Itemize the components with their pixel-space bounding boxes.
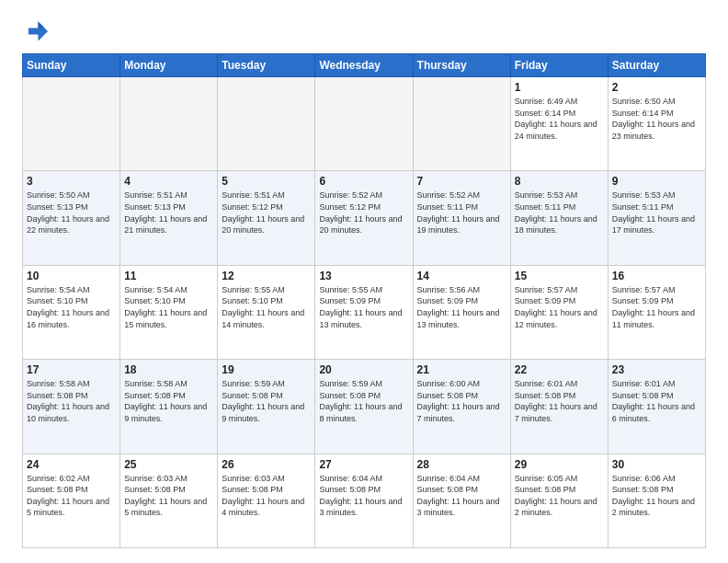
weekday-header-thursday: Thursday xyxy=(413,54,510,77)
day-info: Sunrise: 5:56 AMSunset: 5:09 PMDaylight:… xyxy=(417,284,506,330)
day-info: Sunrise: 5:57 AMSunset: 5:09 PMDaylight:… xyxy=(612,284,701,330)
day-info: Sunrise: 6:03 AMSunset: 5:08 PMDaylight:… xyxy=(124,473,213,519)
day-number: 2 xyxy=(612,81,701,94)
day-number: 1 xyxy=(515,81,604,94)
day-info: Sunrise: 5:58 AMSunset: 5:08 PMDaylight:… xyxy=(124,378,213,424)
calendar-cell: 27Sunrise: 6:04 AMSunset: 5:08 PMDayligh… xyxy=(315,454,413,547)
day-number: 26 xyxy=(222,458,311,471)
day-info: Sunrise: 6:05 AMSunset: 5:08 PMDaylight:… xyxy=(515,473,604,519)
calendar-cell: 5Sunrise: 5:51 AMSunset: 5:12 PMDaylight… xyxy=(218,171,315,265)
day-number: 5 xyxy=(222,175,311,188)
calendar-cell: 16Sunrise: 5:57 AMSunset: 5:09 PMDayligh… xyxy=(608,265,705,359)
calendar-cell: 4Sunrise: 5:51 AMSunset: 5:13 PMDaylight… xyxy=(120,171,218,265)
calendar-cell xyxy=(120,77,218,171)
calendar-cell: 9Sunrise: 5:53 AMSunset: 5:11 PMDaylight… xyxy=(608,171,705,265)
day-number: 6 xyxy=(319,175,408,188)
day-number: 11 xyxy=(124,270,213,282)
calendar-cell: 22Sunrise: 6:01 AMSunset: 5:08 PMDayligh… xyxy=(510,360,608,454)
day-info: Sunrise: 6:01 AMSunset: 5:08 PMDaylight:… xyxy=(612,378,701,424)
calendar-cell: 28Sunrise: 6:04 AMSunset: 5:08 PMDayligh… xyxy=(413,454,510,547)
day-number: 17 xyxy=(27,363,116,376)
day-info: Sunrise: 5:50 AMSunset: 5:13 PMDaylight:… xyxy=(27,190,116,236)
day-info: Sunrise: 5:53 AMSunset: 5:11 PMDaylight:… xyxy=(612,190,701,236)
weekday-header-wednesday: Wednesday xyxy=(315,54,413,77)
calendar-cell: 21Sunrise: 6:00 AMSunset: 5:08 PMDayligh… xyxy=(413,360,510,454)
calendar-cell: 11Sunrise: 5:54 AMSunset: 5:10 PMDayligh… xyxy=(120,265,218,359)
calendar-cell: 15Sunrise: 5:57 AMSunset: 5:09 PMDayligh… xyxy=(510,265,608,359)
day-number: 13 xyxy=(319,270,408,282)
day-info: Sunrise: 5:52 AMSunset: 5:11 PMDaylight:… xyxy=(417,190,506,236)
day-info: Sunrise: 5:59 AMSunset: 5:08 PMDaylight:… xyxy=(319,378,408,424)
calendar-cell: 30Sunrise: 6:06 AMSunset: 5:08 PMDayligh… xyxy=(608,454,705,547)
header xyxy=(22,18,706,44)
day-info: Sunrise: 6:06 AMSunset: 5:08 PMDaylight:… xyxy=(612,473,701,519)
day-number: 21 xyxy=(417,363,506,376)
calendar-cell: 18Sunrise: 5:58 AMSunset: 5:08 PMDayligh… xyxy=(120,360,218,454)
calendar-cell: 14Sunrise: 5:56 AMSunset: 5:09 PMDayligh… xyxy=(413,265,510,359)
day-number: 3 xyxy=(27,175,116,188)
calendar-cell: 3Sunrise: 5:50 AMSunset: 5:13 PMDaylight… xyxy=(23,171,120,265)
day-info: Sunrise: 6:03 AMSunset: 5:08 PMDaylight:… xyxy=(222,473,311,519)
day-number: 18 xyxy=(124,363,213,376)
day-number: 12 xyxy=(222,270,311,282)
calendar-cell: 8Sunrise: 5:53 AMSunset: 5:11 PMDaylight… xyxy=(510,171,608,265)
day-number: 25 xyxy=(124,458,213,471)
day-number: 20 xyxy=(319,363,408,376)
day-info: Sunrise: 6:50 AMSunset: 6:14 PMDaylight:… xyxy=(612,96,701,142)
weekday-header-tuesday: Tuesday xyxy=(218,54,315,77)
calendar-cell xyxy=(413,77,510,171)
calendar-cell: 6Sunrise: 5:52 AMSunset: 5:12 PMDaylight… xyxy=(315,171,413,265)
day-number: 30 xyxy=(612,458,701,471)
weekday-header-saturday: Saturday xyxy=(608,54,705,77)
day-number: 19 xyxy=(222,363,311,376)
day-number: 8 xyxy=(515,175,604,188)
day-info: Sunrise: 5:58 AMSunset: 5:08 PMDaylight:… xyxy=(27,378,116,424)
calendar-cell xyxy=(23,77,120,171)
calendar-week-row: 24Sunrise: 6:02 AMSunset: 5:08 PMDayligh… xyxy=(23,454,706,547)
calendar-cell: 23Sunrise: 6:01 AMSunset: 5:08 PMDayligh… xyxy=(608,360,705,454)
day-number: 4 xyxy=(124,175,213,188)
day-info: Sunrise: 5:52 AMSunset: 5:12 PMDaylight:… xyxy=(319,190,408,236)
calendar-week-row: 3Sunrise: 5:50 AMSunset: 5:13 PMDaylight… xyxy=(23,171,706,265)
day-number: 23 xyxy=(612,363,701,376)
calendar-week-row: 10Sunrise: 5:54 AMSunset: 5:10 PMDayligh… xyxy=(23,265,706,359)
day-number: 10 xyxy=(27,270,116,282)
calendar-cell: 2Sunrise: 6:50 AMSunset: 6:14 PMDaylight… xyxy=(608,77,705,171)
day-info: Sunrise: 6:49 AMSunset: 6:14 PMDaylight:… xyxy=(515,96,604,142)
day-number: 14 xyxy=(417,270,506,282)
weekday-header-sunday: Sunday xyxy=(23,54,120,77)
day-info: Sunrise: 6:04 AMSunset: 5:08 PMDaylight:… xyxy=(319,473,408,519)
calendar-cell: 12Sunrise: 5:55 AMSunset: 5:10 PMDayligh… xyxy=(218,265,315,359)
page: SundayMondayTuesdayWednesdayThursdayFrid… xyxy=(0,0,728,563)
calendar-week-row: 1Sunrise: 6:49 AMSunset: 6:14 PMDaylight… xyxy=(23,77,706,171)
day-number: 16 xyxy=(612,270,701,282)
calendar-cell: 17Sunrise: 5:58 AMSunset: 5:08 PMDayligh… xyxy=(23,360,120,454)
calendar-cell: 10Sunrise: 5:54 AMSunset: 5:10 PMDayligh… xyxy=(23,265,120,359)
day-info: Sunrise: 5:53 AMSunset: 5:11 PMDaylight:… xyxy=(515,190,604,236)
day-info: Sunrise: 5:55 AMSunset: 5:10 PMDaylight:… xyxy=(222,284,311,330)
day-info: Sunrise: 5:51 AMSunset: 5:13 PMDaylight:… xyxy=(124,190,213,236)
day-info: Sunrise: 5:54 AMSunset: 5:10 PMDaylight:… xyxy=(27,284,116,330)
day-info: Sunrise: 6:01 AMSunset: 5:08 PMDaylight:… xyxy=(515,378,604,424)
day-number: 28 xyxy=(417,458,506,471)
day-number: 22 xyxy=(515,363,604,376)
calendar-cell: 29Sunrise: 6:05 AMSunset: 5:08 PMDayligh… xyxy=(510,454,608,547)
day-number: 15 xyxy=(515,270,604,282)
calendar-cell: 26Sunrise: 6:03 AMSunset: 5:08 PMDayligh… xyxy=(218,454,315,547)
calendar-cell: 20Sunrise: 5:59 AMSunset: 5:08 PMDayligh… xyxy=(315,360,413,454)
weekday-header-monday: Monday xyxy=(120,54,218,77)
day-number: 27 xyxy=(319,458,408,471)
calendar-cell xyxy=(315,77,413,171)
calendar-cell: 19Sunrise: 5:59 AMSunset: 5:08 PMDayligh… xyxy=(218,360,315,454)
day-number: 24 xyxy=(27,458,116,471)
logo xyxy=(22,18,51,44)
day-info: Sunrise: 5:57 AMSunset: 5:09 PMDaylight:… xyxy=(515,284,604,330)
logo-icon xyxy=(22,18,48,44)
weekday-header-friday: Friday xyxy=(510,54,608,77)
day-info: Sunrise: 5:51 AMSunset: 5:12 PMDaylight:… xyxy=(222,190,311,236)
calendar-week-row: 17Sunrise: 5:58 AMSunset: 5:08 PMDayligh… xyxy=(23,360,706,454)
calendar-cell: 13Sunrise: 5:55 AMSunset: 5:09 PMDayligh… xyxy=(315,265,413,359)
weekday-header-row: SundayMondayTuesdayWednesdayThursdayFrid… xyxy=(23,54,706,77)
day-info: Sunrise: 5:59 AMSunset: 5:08 PMDaylight:… xyxy=(222,378,311,424)
day-number: 9 xyxy=(612,175,701,188)
